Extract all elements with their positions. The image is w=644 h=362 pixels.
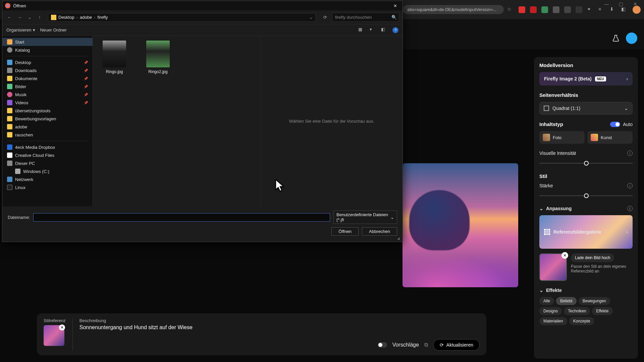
- sidebar-item[interactable]: Bewerbungsvorlagen: [2, 115, 93, 123]
- organize-menu[interactable]: Organisieren ▾: [6, 27, 35, 33]
- sidebar-item[interactable]: adobe: [2, 123, 93, 131]
- sidebar-item[interactable]: Windows (C:): [2, 167, 93, 175]
- refresh-button[interactable]: ⟳ Aktualisieren: [433, 339, 480, 351]
- aspect-select[interactable]: Quadrat (1:1) ⌄: [539, 102, 633, 115]
- sidebar-label: Netzwerk: [15, 177, 33, 182]
- sidebar-item[interactable]: rauschen: [2, 131, 93, 139]
- suggestions-icon[interactable]: ⧉: [424, 342, 428, 348]
- home-icon: [7, 39, 12, 45]
- breadcrumb-item[interactable]: adobe: [80, 15, 92, 20]
- breadcrumb-item[interactable]: Desktop: [58, 15, 74, 20]
- sidebar-item[interactable]: Netzwerk: [2, 175, 93, 183]
- remove-ref-icon[interactable]: ✕: [59, 324, 65, 330]
- file-type-filter[interactable]: Benutzerdefinierte Dateien (*.jfi ⌄: [333, 210, 397, 224]
- effect-tag[interactable]: Beliebt: [556, 297, 577, 305]
- downloads-icon[interactable]: ⬇: [610, 6, 616, 13]
- remove-reference-icon[interactable]: ✕: [561, 252, 568, 259]
- sidebar-item[interactable]: Katalog: [2, 46, 93, 54]
- reading-list-icon[interactable]: ≡: [598, 6, 605, 13]
- resize-grip-icon[interactable]: ◢: [397, 236, 402, 241]
- effect-tag[interactable]: Bewegungen: [579, 297, 610, 305]
- model-selector[interactable]: Firefly Image 2 (Beta) NEU ›: [539, 72, 633, 85]
- extension-icon[interactable]: [553, 6, 559, 13]
- sidebar-item[interactable]: Dieser PC: [2, 159, 93, 167]
- suggestions-toggle[interactable]: [378, 342, 387, 348]
- close-dialog-button[interactable]: ✕: [390, 2, 400, 9]
- file-item[interactable]: Ringo.jpg: [98, 41, 131, 202]
- url-bar[interactable]: atio=square&dl=de-DE&modelInputVersion=.…: [402, 5, 504, 14]
- info-icon[interactable]: i: [627, 183, 633, 188]
- search-input[interactable]: firefly durchsuchen 🔍: [332, 13, 399, 22]
- nav-back-icon[interactable]: ←: [6, 14, 13, 21]
- sidebar-item[interactable]: Linux: [2, 183, 93, 191]
- sidebar-item[interactable]: Musik📌: [2, 90, 93, 99]
- anpassung-header[interactable]: ⌄ Anpassung i: [539, 206, 633, 211]
- open-button[interactable]: Öffnen: [331, 227, 359, 236]
- info-icon[interactable]: i: [627, 206, 633, 211]
- effect-tag[interactable]: Materialien: [539, 317, 567, 325]
- help-icon[interactable]: ?: [392, 27, 398, 33]
- style-ref-thumbnail[interactable]: ✕: [44, 325, 64, 346]
- effect-tag[interactable]: Techniken: [564, 307, 590, 315]
- breadcrumb-item[interactable]: firefly: [98, 15, 108, 20]
- sidebar-label: rauschen: [15, 132, 33, 137]
- reference-gallery-button[interactable]: Referenzbildergalerie ›: [539, 215, 633, 249]
- beaker-icon[interactable]: [612, 34, 620, 42]
- sidebar-item[interactable]: übersetzungstools: [2, 107, 93, 115]
- sidebar-item[interactable]: Creative Cloud Files: [2, 151, 93, 159]
- strength-slider[interactable]: [539, 192, 633, 199]
- intensity-slider[interactable]: [539, 160, 633, 167]
- extension-icon[interactable]: [519, 6, 525, 13]
- effect-tag[interactable]: Konzepte: [569, 317, 594, 325]
- extension-icon[interactable]: [564, 6, 571, 13]
- music-icon: [7, 92, 12, 97]
- extensions-menu-icon[interactable]: ✦: [587, 6, 594, 13]
- dialog-titlebar[interactable]: Öffnen ✕: [2, 1, 402, 10]
- close-window-icon[interactable]: ✕: [633, 1, 637, 7]
- sidepanel-icon[interactable]: ◧: [621, 6, 628, 13]
- file-grid[interactable]: Ringo.jpgRingo2.jpg: [93, 36, 261, 206]
- effekte-header[interactable]: ⌄ Effekte: [539, 288, 633, 293]
- effect-tag[interactable]: Alle: [539, 297, 554, 305]
- breadcrumb[interactable]: Desktop › adobe › firefly ⌄: [48, 13, 316, 22]
- content-chip-kunst[interactable]: Kunst: [587, 131, 633, 144]
- content-type-title: Inhaltstyp: [539, 121, 563, 127]
- filename-label: Dateiname:: [8, 215, 30, 220]
- refresh-icon[interactable]: ⟳: [321, 13, 329, 22]
- user-avatar[interactable]: [626, 33, 637, 44]
- sidebar-item[interactable]: Dokumente📌: [2, 74, 93, 82]
- sidebar-item[interactable]: Start: [2, 38, 93, 46]
- max-window-icon[interactable]: ▢: [619, 1, 623, 7]
- effect-tag[interactable]: Designs: [539, 307, 562, 315]
- cancel-button[interactable]: Abbrechen: [362, 227, 397, 236]
- extension-icon[interactable]: [541, 6, 548, 13]
- bookmark-star-icon[interactable]: ☆: [507, 6, 514, 13]
- generated-image[interactable]: [402, 163, 518, 287]
- sidebar-item[interactable]: 4eck Media Dropbox: [2, 143, 93, 151]
- auto-toggle[interactable]: [610, 122, 620, 127]
- nav-up-icon[interactable]: ↑: [36, 14, 43, 21]
- sidebar-item[interactable]: Downloads📌: [2, 66, 93, 74]
- sidebar-item[interactable]: Bilder📌: [2, 82, 93, 90]
- chevron-down-icon[interactable]: ▾: [370, 27, 376, 34]
- file-item[interactable]: Ringo2.jpg: [141, 41, 175, 202]
- filename-input[interactable]: [33, 213, 330, 222]
- extension-icon[interactable]: [576, 6, 582, 13]
- prompt-text[interactable]: Sonnenuntergang und Hund sitzt auf der W…: [79, 324, 480, 330]
- reference-thumbnail[interactable]: ✕: [539, 253, 567, 281]
- extension-icon[interactable]: [530, 6, 537, 13]
- min-window-icon[interactable]: —: [604, 1, 609, 7]
- new-folder-button[interactable]: Neuer Ordner: [40, 27, 66, 33]
- sidebar-item[interactable]: Desktop📌: [2, 58, 93, 66]
- sidebar-item[interactable]: Videos📌: [2, 99, 93, 107]
- effect-tag[interactable]: Effekte: [592, 307, 612, 315]
- upload-image-button[interactable]: Lade dein Bild hoch: [571, 253, 614, 262]
- content-chip-foto[interactable]: Foto: [539, 131, 585, 144]
- info-icon[interactable]: i: [627, 150, 633, 156]
- breadcrumb-dropdown-icon[interactable]: ⌄: [309, 15, 313, 20]
- nav-recent-icon[interactable]: ⌄: [26, 14, 33, 21]
- preview-pane-icon[interactable]: ◧: [381, 27, 388, 34]
- profile-avatar[interactable]: [633, 6, 641, 14]
- nav-forward-icon[interactable]: →: [16, 14, 23, 21]
- view-mode-icon[interactable]: ▦: [358, 27, 365, 34]
